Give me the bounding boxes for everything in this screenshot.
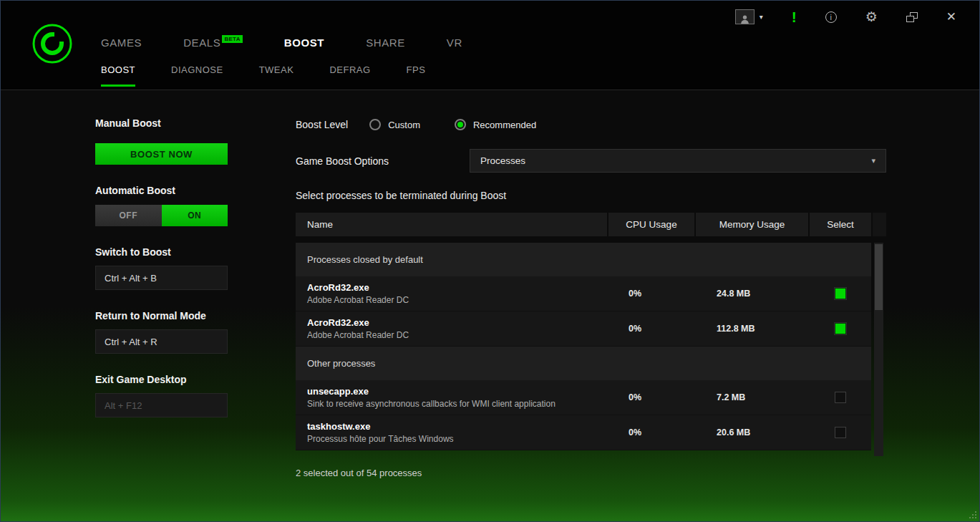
content: Manual Boost BOOST NOW Automatic Boost O… [1,90,979,522]
process-table-body: Processes closed by default AcroRd32.exe… [296,243,871,450]
process-cpu: 0% [611,289,697,299]
boost-level-row: Boost Level Custom Recommended [296,117,886,132]
radio-custom-circle[interactable] [369,119,381,130]
process-select-checkbox[interactable] [835,323,846,334]
chevron-down-icon[interactable]: ▾ [760,14,763,21]
boost-level-radio-group: Custom Recommended [369,119,536,130]
table-row[interactable]: unsecapp.exe Sink to receive asynchronou… [296,380,871,415]
process-name: taskhostw.exe [307,421,611,432]
subtab-tweak[interactable]: TWEAK [259,64,294,87]
table-row[interactable]: AcroRd32.exe Adobe Acrobat Reader DC 0% … [296,311,871,347]
tab-deals[interactable]: DEALS BETA [183,37,243,49]
table-row[interactable]: taskhostw.exe Processus hôte pour Tâches… [296,415,871,450]
process-name: unsecapp.exe [307,386,611,397]
tab-games[interactable]: GAMES [101,37,142,49]
automatic-boost-label: Automatic Boost [95,185,228,196]
header-spacer [873,213,886,236]
process-memory: 24.8 MB [697,289,810,299]
tab-vr[interactable]: VR [447,37,462,49]
process-select-checkbox[interactable] [835,288,846,299]
process-description: Processus hôte pour Tâches Windows [307,434,611,444]
subtab-defrag[interactable]: DEFRAG [329,64,370,87]
toggle-on[interactable]: ON [162,205,228,226]
process-cpu: 0% [611,324,697,334]
process-select-checkbox[interactable] [835,392,846,403]
process-table-title: Select processes to be terminated during… [296,190,886,201]
sub-nav: BOOST DIAGNOSE TWEAK DEFRAG FPS [101,64,462,87]
subtab-fps[interactable]: FPS [407,64,426,87]
process-name: AcroRd32.exe [307,317,611,328]
game-boost-options-label: Game Boost Options [296,155,470,167]
process-memory: 20.6 MB [697,427,810,438]
radio-custom[interactable]: Custom [369,119,420,130]
tab-boost[interactable]: BOOST [284,37,324,49]
header-cpu-usage: CPU Usage [608,213,694,236]
beta-badge: BETA [222,35,242,43]
group-header-default: Processes closed by default [296,243,871,276]
selection-status-text: 2 selected out of 54 processes [296,468,886,478]
dropdown-selected-value: Processes [480,155,525,166]
process-description: Adobe Acrobat Reader DC [307,295,611,305]
razer-cortex-logo [31,22,74,65]
header: ▾ ! i ⚙ ✕ GAMES DEALS BETA [1,1,979,90]
process-memory: 112.8 MB [697,324,810,334]
table-scrollbar[interactable] [874,243,883,456]
subtab-boost[interactable]: BOOST [101,64,135,87]
tab-share[interactable]: SHARE [366,37,405,49]
notification-alert-icon[interactable]: ! [792,9,797,24]
boost-main-panel: Boost Level Custom Recommended Game Boos… [296,117,886,522]
boost-level-label: Boost Level [296,119,348,130]
process-table: Name CPU Usage Memory Usage Select Proce… [296,213,886,456]
group-header-other: Other processes [296,347,871,380]
header-select: Select [810,213,871,236]
process-description: Sink to receive asynchronous callbacks f… [307,399,611,409]
game-boost-options-row: Game Boost Options Processes ▾ [296,149,886,173]
boost-sidebar: Manual Boost BOOST NOW Automatic Boost O… [95,117,228,522]
resize-grip[interactable] [968,510,976,518]
app-window: ▾ ! i ⚙ ✕ GAMES DEALS BETA [0,0,980,522]
process-cpu: 0% [611,427,697,438]
switch-to-boost-hotkey-input[interactable] [95,266,228,290]
toggle-off[interactable]: OFF [95,205,162,226]
process-cpu: 0% [611,392,697,402]
window-close-icon[interactable]: ✕ [946,11,956,23]
main-nav: GAMES DEALS BETA BOOST SHARE VR [101,37,462,49]
dropdown-caret-icon: ▾ [871,156,875,165]
process-name: AcroRd32.exe [307,282,611,293]
process-description: Adobe Acrobat Reader DC [307,330,611,340]
manual-boost-label: Manual Boost [95,117,228,129]
automatic-boost-toggle: OFF ON [95,205,228,226]
user-avatar-icon[interactable] [735,9,755,24]
process-table-header: Name CPU Usage Memory Usage Select [296,213,886,236]
table-row[interactable]: AcroRd32.exe Adobe Acrobat Reader DC 0% … [296,276,871,311]
header-memory-usage: Memory Usage [696,213,808,236]
return-to-normal-hotkey-input[interactable] [95,329,228,354]
settings-gear-icon[interactable]: ⚙ [865,10,878,24]
process-memory: 7.2 MB [697,392,810,402]
window-restore-icon[interactable] [906,12,918,22]
scrollbar-thumb[interactable] [875,244,883,310]
user-account-menu[interactable]: ▾ [735,9,763,24]
return-to-normal-label: Return to Normal Mode [95,310,228,322]
boost-now-button[interactable]: BOOST NOW [95,143,228,165]
exit-game-desktop-hotkey-input[interactable] [95,393,228,417]
navigation: GAMES DEALS BETA BOOST SHARE VR BOOST D [101,37,462,87]
subtab-diagnose[interactable]: DIAGNOSE [171,64,223,87]
game-boost-options-dropdown[interactable]: Processes ▾ [470,149,886,173]
titlebar-icons: ▾ ! i ⚙ ✕ [735,9,956,24]
radio-recommended[interactable]: Recommended [455,119,536,130]
radio-recommended-circle[interactable] [455,119,466,130]
header-name: Name [296,213,607,236]
exit-game-desktop-label: Exit Game Desktop [95,374,228,385]
info-icon[interactable]: i [825,11,837,23]
switch-to-boost-label: Switch to Boost [95,246,228,258]
process-select-checkbox[interactable] [835,427,846,438]
